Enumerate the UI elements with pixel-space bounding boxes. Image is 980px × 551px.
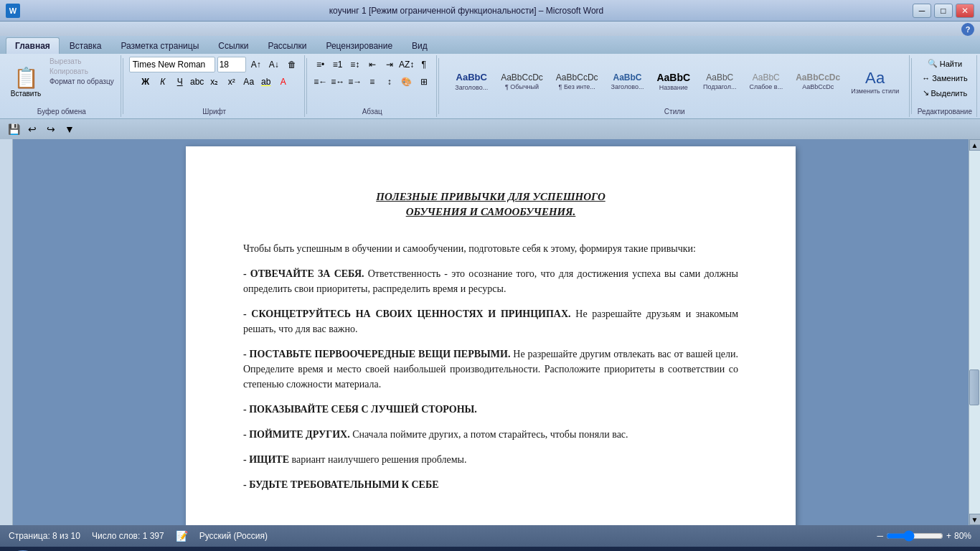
select-icon: ↘ <box>923 88 929 98</box>
style-preview: AaBbCcDc <box>796 72 840 83</box>
increase-indent-button[interactable]: ⇥ <box>382 57 397 72</box>
highlight-button[interactable]: ab <box>258 74 274 90</box>
scroll-thumb[interactable] <box>969 369 979 405</box>
cut-button[interactable]: Вырезать <box>47 57 116 66</box>
style-heading1[interactable]: AaBbC Заголово... <box>450 70 493 93</box>
strikethrough-button[interactable]: abc <box>189 74 205 90</box>
replace-button[interactable]: ↔ Заменить <box>918 72 971 85</box>
bold-button[interactable]: Ж <box>138 74 154 90</box>
taskbar: ⊞ ▶ 🦊 👤 @ e 🌐 ❋ W 📁 ⚙ RU 🔊 📶 19:48 14.05… <box>0 547 980 551</box>
zoom-slider[interactable] <box>886 530 943 542</box>
font-color-button[interactable]: A <box>275 74 291 90</box>
superscript-button[interactable]: x² <box>224 74 240 90</box>
paragraph-6: - ИЩИТЕ вариант наилучшего решения пробл… <box>243 452 738 467</box>
scroll-down-button[interactable]: ▼ <box>969 514 981 525</box>
tab-page-layout[interactable]: Разметка страницы <box>111 37 208 54</box>
show-marks-button[interactable]: ¶ <box>416 57 432 72</box>
tab-home[interactable]: Главная <box>6 37 60 54</box>
style-weakbold[interactable]: AaBbCcDc AaBbCcDc <box>791 70 845 93</box>
paragraph-4: - ПОКАЗЫВАЙТЕ СЕБЯ С ЛУЧШЕЙ СТОРОНЫ. <box>243 402 738 417</box>
shading-button[interactable]: 🎨 <box>399 74 415 90</box>
ribbon: ? Главная Вставка Разметка страницы Ссыл… <box>0 22 980 119</box>
paragraph-5: - ПОЙМИТЕ ДРУГИХ. Сначала поймите других… <box>243 427 738 442</box>
help-button[interactable]: ? <box>961 23 974 36</box>
tab-references[interactable]: Ссылки <box>209 37 258 54</box>
window-controls: ─ □ ✕ <box>913 4 974 18</box>
font-content: A↑ A↓ 🗑 Ж К Ч abc x₂ x² Аа ab A <box>129 57 300 106</box>
change-styles-button[interactable]: Изменить стили <box>851 88 899 95</box>
style-label: Слабое в... <box>749 83 783 90</box>
paragraph-group: ≡• ≡1 ≡↕ ⇤ ⇥ AZ↕ ¶ ≡← ≡↔ ≡→ ≡ ↕ 🎨 ⊞ <box>308 55 437 117</box>
italic-button[interactable]: К <box>155 74 171 90</box>
style-heading2[interactable]: AaBbC Заголово... <box>606 70 649 93</box>
save-button[interactable]: 💾 <box>6 122 22 136</box>
subscript-button[interactable]: x₂ <box>207 74 222 90</box>
underline-button[interactable]: Ч <box>172 74 188 90</box>
tab-review[interactable]: Рецензирование <box>316 37 402 54</box>
document-page: ПОЛЕЗНЫЕ ПРИВЫЧКИ ДЛЯ УСПЕШНОГООБУЧЕНИЯ … <box>186 146 796 525</box>
case-button[interactable]: Аа <box>241 74 257 90</box>
document-body: Чтобы быть успешным в обучении и самообу… <box>243 241 738 492</box>
bullet-list-button[interactable]: ≡• <box>313 57 329 72</box>
copy-button[interactable]: Копировать <box>47 67 116 76</box>
paste-button[interactable]: 📋 Вставить <box>7 57 44 106</box>
word-count: Число слов: 1 397 <box>92 531 164 541</box>
zoom-in-button[interactable]: + <box>946 531 951 541</box>
align-left-button[interactable]: ≡← <box>313 74 329 90</box>
more-qa-button[interactable]: ▼ <box>62 122 77 136</box>
close-button[interactable]: ✕ <box>956 4 974 18</box>
numbered-list-button[interactable]: ≡1 <box>330 57 346 72</box>
styles-pane-button[interactable]: Аа <box>865 69 885 88</box>
redo-button[interactable]: ↪ <box>43 122 59 136</box>
zoom-controls: ─ + 80% <box>877 530 971 542</box>
font-name-input[interactable] <box>129 57 215 72</box>
decrease-indent-button[interactable]: ⇤ <box>364 57 380 72</box>
borders-button[interactable]: ⊞ <box>416 74 432 90</box>
align-center-button[interactable]: ≡↔ <box>330 74 346 90</box>
find-button[interactable]: 🔍 Найти <box>924 57 966 70</box>
tab-insert[interactable]: Вставка <box>60 37 111 54</box>
tab-view[interactable]: Вид <box>402 37 437 54</box>
align-right-button[interactable]: ≡→ <box>347 74 363 90</box>
maximize-button[interactable]: □ <box>934 4 953 18</box>
style-subtitle[interactable]: AaBbC Подзагол... <box>698 70 741 93</box>
page-count: Страница: 8 из 10 <box>9 531 80 541</box>
paragraph-3: - ПОСТАВЬТЕ ПЕРВООЧЕРЕДНЫЕ ВЕЩИ ПЕРВЫМИ.… <box>243 347 738 392</box>
justify-button[interactable]: ≡ <box>364 74 380 90</box>
styles-group: AaBbC Заголово... AaBbCcDc ¶ Обычный AaB… <box>440 55 910 117</box>
sort-button[interactable]: AZ↕ <box>399 57 415 72</box>
clipboard-content: 📋 Вставить Вырезать Копировать Формат по… <box>7 57 116 106</box>
undo-button[interactable]: ↩ <box>24 122 40 136</box>
document-title: ПОЛЕЗНЫЕ ПРИВЫЧКИ ДЛЯ УСПЕШНОГООБУЧЕНИЯ … <box>243 189 738 220</box>
window-title: коучинг 1 [Режим ограниченной функционал… <box>329 6 604 16</box>
line-spacing-button[interactable]: ↕ <box>382 74 397 90</box>
style-no-spacing[interactable]: AaBbCcDc ¶ Без инте... <box>551 70 603 93</box>
clipboard-group: 📋 Вставить Вырезать Копировать Формат по… <box>3 55 121 117</box>
tab-mailings[interactable]: Рассылки <box>259 37 316 54</box>
multilevel-list-button[interactable]: ≡↕ <box>347 57 363 72</box>
style-preview: AaBbC <box>613 72 641 83</box>
clipboard-label: Буфер обмена <box>37 108 86 116</box>
decrease-font-button[interactable]: A↓ <box>266 57 282 72</box>
format-painter-button[interactable]: Формат по образцу <box>47 77 116 86</box>
ribbon-tabs: Главная Вставка Разметка страницы Ссылки… <box>0 36 980 54</box>
zoom-out-button[interactable]: ─ <box>877 531 883 541</box>
minimize-button[interactable]: ─ <box>913 4 931 18</box>
clipboard-sub: Вырезать Копировать Формат по образцу <box>47 57 116 106</box>
style-title[interactable]: AaBbC Название <box>651 70 695 94</box>
editing-content: 🔍 Найти ↔ Заменить ↘ Выделить <box>918 57 971 106</box>
select-button[interactable]: ↘ Выделить <box>919 86 971 100</box>
scroll-up-button[interactable]: ▲ <box>969 139 981 151</box>
clear-format-button[interactable]: 🗑 <box>284 57 300 72</box>
scroll-track[interactable] <box>969 151 981 514</box>
font-group: A↑ A↓ 🗑 Ж К Ч abc x₂ x² Аа ab A Шрифт <box>125 55 305 117</box>
status-bar: Страница: 8 из 10 Число слов: 1 397 📝 Ру… <box>0 525 980 547</box>
font-size-input[interactable] <box>217 57 246 72</box>
style-preview: AaBbC <box>706 72 733 83</box>
style-subtle[interactable]: AaBbC Слабое в... <box>744 70 788 93</box>
style-label: Заголово... <box>455 84 488 91</box>
style-label: ¶ Без инте... <box>559 83 595 90</box>
paste-label: Вставить <box>11 90 41 98</box>
style-normal[interactable]: AaBbCcDc ¶ Обычный <box>496 70 548 93</box>
increase-font-button[interactable]: A↑ <box>248 57 264 72</box>
